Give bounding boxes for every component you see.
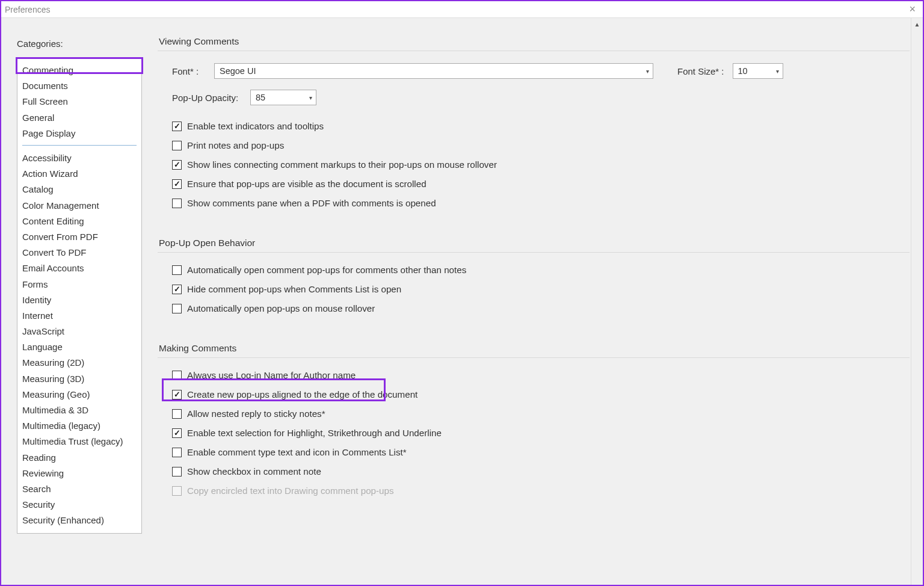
window-title: Preferences — [5, 5, 50, 14]
checkbox-icon — [172, 409, 182, 419]
category-item[interactable]: Catalog — [17, 182, 141, 197]
category-item[interactable]: Measuring (2D) — [17, 355, 141, 371]
viewing-comments-section: Font* : Segoe UI ▾ Font Size* : 10 ▾ Pop… — [158, 51, 910, 221]
checkbox-icon — [172, 371, 182, 380]
checkbox-icon — [172, 390, 182, 399]
viewing-comments-title: Viewing Comments — [158, 36, 910, 47]
checkbox-icon — [172, 122, 182, 131]
fontsize-dropdown[interactable]: 10 ▾ — [733, 63, 783, 79]
categories-list[interactable]: Commenting Documents Full Screen General… — [17, 58, 142, 534]
close-icon[interactable]: × — [909, 3, 919, 16]
category-item[interactable]: JavaScript — [17, 324, 141, 339]
content-area: Categories: Commenting Documents Full Sc… — [1, 18, 923, 585]
checkbox-icon — [172, 467, 182, 477]
opacity-label: Pop-Up Opacity: — [172, 93, 238, 103]
chevron-down-icon: ▾ — [309, 94, 312, 101]
category-item[interactable]: Multimedia (legacy) — [17, 418, 141, 434]
checkbox-label: Automatically open pop-ups on mouse roll… — [187, 303, 375, 313]
checkbox-icon — [172, 304, 182, 313]
checkbox-label: Ensure that pop-ups are visible as the d… — [187, 179, 427, 189]
making-comments-title: Making Comments — [158, 343, 910, 354]
fontsize-value: 10 — [738, 66, 748, 76]
scroll-up-icon[interactable]: ▲ — [911, 18, 923, 30]
checkbox-icon — [172, 285, 182, 294]
font-value: Segoe UI — [220, 66, 256, 76]
nested-reply-checkbox[interactable]: Allow nested reply to sticky notes* — [172, 409, 910, 419]
hide-popups-checkbox[interactable]: Hide comment pop-ups when Comments List … — [172, 284, 910, 294]
category-item[interactable]: Content Editing — [17, 214, 141, 229]
checkbox-icon — [172, 265, 182, 275]
making-comments-section: Always use Log-in Name for Author name C… — [158, 357, 910, 508]
category-item[interactable]: Multimedia Trust (legacy) — [17, 434, 141, 449]
checkbox-label: Show comments pane when a PDF with comme… — [187, 198, 436, 208]
checkbox-label: Enable comment type text and icon in Com… — [187, 447, 407, 457]
vertical-scrollbar[interactable]: ▲ — [911, 18, 923, 585]
checkbox-label: Enable text selection for Highlight, Str… — [187, 428, 442, 438]
chevron-down-icon: ▾ — [646, 68, 649, 75]
categories-label: Categories: — [17, 39, 141, 49]
category-item[interactable]: Identity — [17, 292, 141, 308]
opacity-dropdown[interactable]: 85 ▾ — [250, 90, 316, 105]
checkbox-label: Automatically open comment pop-ups for c… — [187, 265, 466, 275]
checkbox-label: Enable text indicators and tooltips — [187, 121, 324, 131]
category-item[interactable]: Accessibility — [17, 150, 141, 166]
category-item[interactable]: Color Management — [17, 198, 141, 214]
titlebar: Preferences × — [1, 1, 923, 18]
category-item[interactable]: Language — [17, 339, 141, 355]
category-item[interactable]: Security — [17, 497, 141, 513]
checkbox-label: Show lines connecting comment markups to… — [187, 159, 497, 170]
checkbox-label: Hide comment pop-ups when Comments List … — [187, 284, 401, 294]
checkbox-icon — [172, 448, 182, 457]
print-notes-checkbox[interactable]: Print notes and pop-ups — [172, 140, 910, 150]
category-item[interactable]: Internet — [17, 308, 141, 324]
font-label: Font* : — [172, 66, 206, 76]
checkbox-icon — [172, 199, 182, 208]
category-item[interactable]: Security (Enhanced) — [17, 513, 141, 528]
auto-open-rollover-checkbox[interactable]: Automatically open pop-ups on mouse roll… — [172, 303, 910, 313]
category-item[interactable]: Measuring (3D) — [17, 371, 141, 387]
auto-open-popups-checkbox[interactable]: Automatically open comment pop-ups for c… — [172, 265, 910, 275]
category-divider — [22, 145, 137, 146]
category-item[interactable]: Convert From PDF — [17, 229, 141, 245]
category-item[interactable]: Measuring (Geo) — [17, 387, 141, 402]
category-general[interactable]: General — [17, 110, 141, 126]
fontsize-label: Font Size* : — [677, 66, 724, 76]
checkbox-icon — [172, 428, 182, 438]
ensure-popups-visible-checkbox[interactable]: Ensure that pop-ups are visible as the d… — [172, 179, 910, 189]
show-comments-pane-checkbox[interactable]: Show comments pane when a PDF with comme… — [172, 198, 910, 208]
category-fullscreen[interactable]: Full Screen — [17, 94, 141, 109]
show-lines-checkbox[interactable]: Show lines connecting comment markups to… — [172, 159, 910, 170]
checkbox-icon — [172, 141, 182, 150]
use-login-name-checkbox[interactable]: Always use Log-in Name for Author name — [172, 370, 910, 380]
category-item[interactable]: Signatures — [17, 528, 141, 534]
category-item[interactable]: Forms — [17, 276, 141, 292]
font-dropdown[interactable]: Segoe UI ▾ — [214, 63, 653, 79]
checkbox-icon — [172, 160, 182, 170]
popup-behavior-title: Pop-Up Open Behavior — [158, 238, 910, 248]
category-item[interactable]: Reviewing — [17, 466, 141, 481]
checkbox-icon — [172, 486, 182, 496]
opacity-value: 85 — [256, 93, 265, 102]
checkbox-icon — [172, 179, 182, 189]
enable-text-indicators-checkbox[interactable]: Enable text indicators and tooltips — [172, 121, 910, 131]
category-item[interactable]: Convert To PDF — [17, 245, 141, 261]
enable-text-selection-checkbox[interactable]: Enable text selection for Highlight, Str… — [172, 428, 910, 438]
category-item[interactable]: Email Accounts — [17, 261, 141, 276]
category-pagedisplay[interactable]: Page Display — [17, 126, 141, 141]
category-documents[interactable]: Documents — [17, 78, 141, 94]
enable-comment-type-checkbox[interactable]: Enable comment type text and icon in Com… — [172, 447, 910, 457]
checkbox-label: Print notes and pop-ups — [187, 140, 284, 150]
checkbox-label: Allow nested reply to sticky notes* — [187, 409, 325, 419]
copy-encircled-checkbox[interactable]: Copy encircled text into Drawing comment… — [172, 486, 910, 496]
category-item[interactable]: Multimedia & 3D — [17, 402, 141, 418]
main-panel: Viewing Comments Font* : Segoe UI ▾ Font… — [141, 18, 923, 585]
category-item[interactable]: Reading — [17, 450, 141, 466]
checkbox-label: Copy encircled text into Drawing comment… — [187, 486, 394, 496]
create-popups-aligned-checkbox[interactable]: Create new pop-ups aligned to the edge o… — [172, 389, 910, 399]
category-item[interactable]: Search — [17, 481, 141, 497]
checkbox-label: Create new pop-ups aligned to the edge o… — [187, 389, 417, 399]
category-item[interactable]: Action Wizard — [17, 166, 141, 182]
checkbox-label: Show checkbox in comment note — [187, 466, 321, 477]
category-commenting[interactable]: Commenting — [17, 63, 141, 78]
show-checkbox-note-checkbox[interactable]: Show checkbox in comment note — [172, 466, 910, 477]
